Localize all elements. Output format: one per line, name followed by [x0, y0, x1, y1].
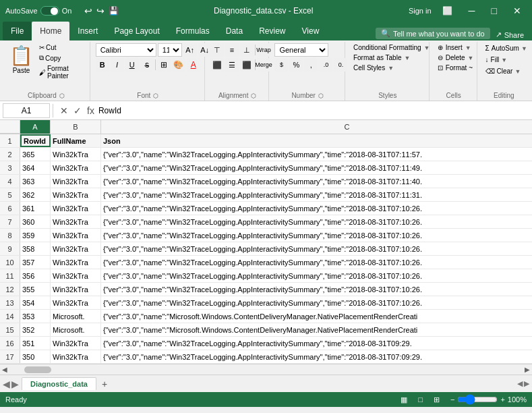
cell-a[interactable]: 360: [20, 215, 51, 228]
font-size-select[interactable]: 11: [158, 43, 182, 57]
row-number[interactable]: 11: [0, 269, 20, 282]
middle-align-button[interactable]: ≡: [225, 43, 239, 57]
row-number[interactable]: 6: [0, 202, 20, 215]
sheet-tab-nav[interactable]: ◀ ▶: [3, 379, 19, 389]
clipboard-expand-icon[interactable]: ⬡: [59, 92, 65, 99]
cell-a[interactable]: 351: [20, 337, 51, 350]
redo-icon[interactable]: ↪: [96, 5, 105, 16]
cell-b[interactable]: Win32kTra: [51, 283, 101, 296]
row-number[interactable]: 14: [0, 310, 20, 323]
cell-a[interactable]: 357: [20, 256, 51, 269]
merge-cells-button[interactable]: Merge: [257, 58, 270, 72]
cell-b[interactable]: Win32kTra: [51, 337, 101, 350]
cell-b[interactable]: Win32kTra: [51, 215, 101, 228]
cell-b[interactable]: Win32kTra: [51, 161, 101, 174]
italic-button[interactable]: I: [111, 58, 124, 72]
cell-c[interactable]: {"ver":"3.0","name":"Microsoft.Windows.C…: [101, 310, 532, 323]
row-number[interactable]: 7: [0, 215, 20, 228]
cell-a[interactable]: 355: [20, 283, 51, 296]
cell-c[interactable]: {"ver":"3.0","name":"Win32TraceLogging.A…: [101, 269, 532, 282]
horizontal-scrollbar[interactable]: ◀ ▶: [0, 364, 532, 375]
fill-color-button[interactable]: 🎨: [172, 58, 185, 72]
paste-button[interactable]: 📋 Paste: [7, 43, 36, 76]
cell-a[interactable]: 354: [20, 296, 51, 309]
cell-b[interactable]: Win32kTra: [51, 269, 101, 282]
cell-b[interactable]: Microsoft.: [51, 323, 101, 336]
percent-button[interactable]: %: [289, 58, 303, 72]
decrease-decimal-button[interactable]: 0.: [334, 58, 347, 72]
alignment-expand-icon[interactable]: ⬡: [251, 92, 256, 99]
cut-button[interactable]: ✂ Cut: [37, 43, 86, 52]
cell-c[interactable]: {"ver":"3.0","name":"Win32TraceLogging.A…: [101, 202, 532, 215]
ribbon-display-options-icon[interactable]: ⬜: [437, 5, 458, 17]
increase-decimal-button[interactable]: .0: [319, 58, 332, 72]
view-normal-icon[interactable]: ▦: [401, 395, 407, 404]
view-layout-icon[interactable]: □: [418, 395, 423, 404]
cell-b[interactable]: Win32kTra: [51, 202, 101, 215]
cell-c[interactable]: {"ver":"3.0","name":"Win32TraceLogging.A…: [101, 229, 532, 242]
cell-c[interactable]: {"ver":"3.0","name":"Win32TraceLogging.A…: [101, 175, 532, 188]
cell-c[interactable]: {"ver":"3.0","name":"Win32TraceLogging.A…: [101, 188, 532, 201]
cell-c[interactable]: {"ver":"3.0","name":"Win32TraceLogging.A…: [101, 283, 532, 296]
row-number[interactable]: 3: [0, 161, 20, 174]
tab-file[interactable]: File: [3, 22, 32, 40]
insert-function-icon[interactable]: fx: [86, 104, 96, 117]
scroll-left-sheet-icon[interactable]: ◀: [517, 379, 523, 388]
cell-b[interactable]: Win32kTra: [51, 148, 101, 161]
cell-b[interactable]: FullName: [51, 134, 101, 147]
quick-save-icon[interactable]: 💾: [109, 6, 119, 16]
scroll-right-icon[interactable]: ▶: [523, 366, 532, 373]
cell-c[interactable]: {"ver":"3.0","name":"Microsoft.Windows.C…: [101, 323, 532, 336]
cancel-formula-icon[interactable]: ✕: [59, 104, 69, 117]
cell-b[interactable]: Win32kTra: [51, 242, 101, 255]
row-number[interactable]: 12: [0, 283, 20, 296]
row-number[interactable]: 2: [0, 148, 20, 161]
align-left-button[interactable]: ⬛: [210, 58, 224, 72]
add-sheet-button[interactable]: +: [96, 377, 113, 391]
cell-b[interactable]: Win32kTra: [51, 175, 101, 188]
sheet-tab-diagnostic[interactable]: Diagnostic_data: [22, 377, 96, 390]
cell-a[interactable]: 350: [20, 350, 51, 363]
tab-data[interactable]: Data: [218, 22, 251, 40]
signin-button[interactable]: Sign in: [409, 7, 432, 15]
zoom-out-icon[interactable]: −: [450, 395, 454, 404]
autosave-toggle[interactable]: [40, 6, 59, 16]
strikethrough-button[interactable]: S̶: [140, 58, 154, 72]
copy-button[interactable]: ⧉ Copy: [37, 53, 86, 63]
conditional-formatting-button[interactable]: Conditional Formatting ▼: [351, 43, 433, 52]
row-number[interactable]: 16: [0, 337, 20, 350]
cell-b[interactable]: Win32kTra: [51, 229, 101, 242]
col-header-c[interactable]: C: [101, 120, 532, 134]
number-format-select[interactable]: General: [274, 43, 328, 57]
formula-input[interactable]: [98, 106, 529, 115]
row-number[interactable]: 8: [0, 229, 20, 242]
tab-review[interactable]: Review: [251, 22, 293, 40]
cell-a[interactable]: 352: [20, 323, 51, 336]
undo-icon[interactable]: ↩: [84, 5, 92, 16]
close-button[interactable]: ✕: [508, 4, 527, 18]
ribbon-search[interactable]: 🔍 Tell me what you want to do: [376, 28, 490, 39]
cell-c[interactable]: {"ver":"3.0","name":"Win32TraceLogging.A…: [101, 148, 532, 161]
cell-b[interactable]: Win32kTra: [51, 256, 101, 269]
increase-font-button[interactable]: A↑: [183, 43, 197, 57]
cell-c[interactable]: {"ver":"3.0","name":"Win32TraceLogging.A…: [101, 242, 532, 255]
row-number[interactable]: 10: [0, 256, 20, 269]
view-pagebreak-icon[interactable]: ⊞: [434, 395, 440, 404]
cell-c[interactable]: Json: [101, 134, 532, 147]
align-right-button[interactable]: ⬛: [240, 58, 254, 72]
tab-insert[interactable]: Insert: [69, 22, 106, 40]
font-color-button[interactable]: A: [187, 58, 200, 72]
font-name-select[interactable]: Calibri: [96, 43, 156, 57]
accounting-button[interactable]: $: [274, 58, 288, 72]
border-button[interactable]: ⊞: [157, 58, 171, 72]
minimize-button[interactable]: ─: [463, 4, 481, 18]
col-header-a[interactable]: A: [20, 120, 51, 134]
row-number[interactable]: 5: [0, 188, 20, 201]
cell-b[interactable]: Win32kTra: [51, 296, 101, 309]
cell-a[interactable]: 363: [20, 175, 51, 188]
scroll-thumb[interactable]: [24, 366, 51, 373]
clear-button[interactable]: ⌫ Clear ▼: [483, 66, 524, 76]
zoom-in-icon[interactable]: +: [500, 395, 504, 404]
cell-c[interactable]: {"ver":"3.0","name":"Win32TraceLogging.A…: [101, 337, 532, 350]
autosave-control[interactable]: AutoSave On: [5, 6, 71, 16]
